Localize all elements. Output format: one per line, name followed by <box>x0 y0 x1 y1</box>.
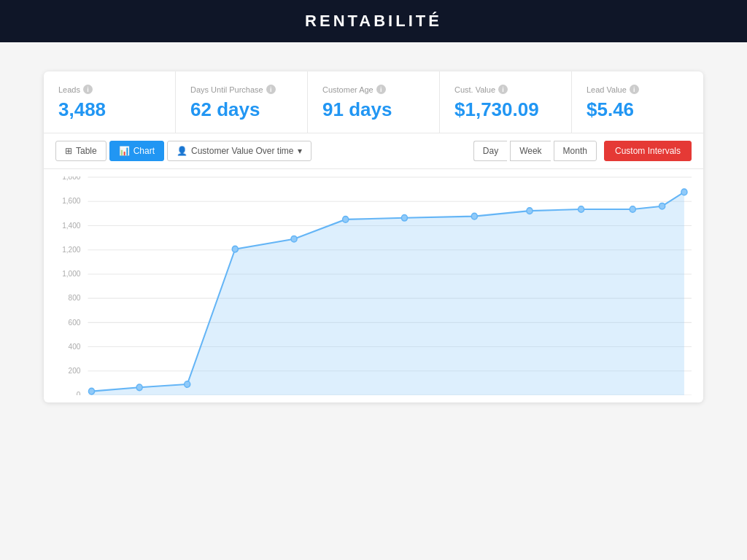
stat-age-value: 91 days <box>322 98 425 121</box>
svg-text:1,400: 1,400 <box>62 221 80 229</box>
table-grid-icon: ⊞ <box>65 146 72 156</box>
stat-cust-value: Cust. Value i $1,730.09 <box>440 71 572 133</box>
data-point-0[interactable] <box>88 388 94 394</box>
svg-text:800: 800 <box>69 294 81 302</box>
chart-button[interactable]: 📊 Chart <box>109 141 164 161</box>
stat-cust-label: Cust. Value i <box>454 85 557 94</box>
data-point-11[interactable] <box>659 203 665 209</box>
days-info-icon[interactable]: i <box>266 85 276 94</box>
stat-days-label: Days Until Purchase i <box>190 85 293 94</box>
stat-days-value: 62 days <box>190 98 293 121</box>
svg-text:600: 600 <box>69 318 81 326</box>
age-info-icon[interactable]: i <box>376 85 386 94</box>
day-button[interactable]: Day <box>473 141 507 161</box>
data-point-5[interactable] <box>343 217 349 223</box>
week-button[interactable]: Week <box>510 141 550 161</box>
data-point-7[interactable] <box>471 213 477 219</box>
main-content: Leads i 3,488 Days Until Purchase i 62 d… <box>0 42 747 432</box>
user-icon: 👤 <box>177 146 187 156</box>
stat-customer-age: Customer Age i 91 days <box>308 71 440 133</box>
stats-row: Leads i 3,488 Days Until Purchase i 62 d… <box>44 71 703 133</box>
stat-lead-value: Lead Value i $5.46 <box>572 71 703 133</box>
svg-text:400: 400 <box>69 343 81 351</box>
month-button[interactable]: Month <box>554 141 597 161</box>
svg-text:1,600: 1,600 <box>62 197 80 205</box>
dropdown-button[interactable]: 👤 Customer Value Over time ▾ <box>167 141 311 161</box>
stat-lead-val: $5.46 <box>587 98 689 121</box>
svg-text:1,800: 1,800 <box>62 176 80 181</box>
data-point-3[interactable] <box>232 246 238 252</box>
lead-info-icon[interactable]: i <box>630 85 639 94</box>
stat-leads-value: 3,488 <box>58 98 160 121</box>
page-title: RENTABILITÉ <box>305 12 442 30</box>
chart-fill-path <box>92 192 684 395</box>
chart-area: 0 200 400 600 800 1,000 1,200 1,400 1,60… <box>44 169 703 402</box>
chart-toolbar: ⊞ Table 📊 Chart 👤 Customer Value Over ti… <box>44 133 703 169</box>
svg-text:0: 0 <box>77 391 81 395</box>
data-point-12[interactable] <box>681 189 687 195</box>
stat-lead-label: Lead Value i <box>587 85 689 94</box>
svg-text:1,200: 1,200 <box>62 246 80 254</box>
svg-text:200: 200 <box>69 367 81 375</box>
stat-leads: Leads i 3,488 <box>44 71 176 133</box>
chevron-down-icon: ▾ <box>298 146 302 156</box>
stat-days-until-purchase: Days Until Purchase i 62 days <box>176 71 308 133</box>
data-point-9[interactable] <box>578 206 584 213</box>
leads-info-icon[interactable]: i <box>83 85 93 94</box>
bar-chart-icon: 📊 <box>119 146 130 156</box>
data-point-4[interactable] <box>291 236 297 242</box>
page-header: RENTABILITÉ <box>0 0 747 42</box>
custom-intervals-button[interactable]: Custom Intervals <box>604 141 692 161</box>
data-point-10[interactable] <box>630 206 635 213</box>
dashboard-card: Leads i 3,488 Days Until Purchase i 62 d… <box>44 71 703 402</box>
table-button[interactable]: ⊞ Table <box>55 141 107 161</box>
data-point-6[interactable] <box>401 215 407 222</box>
data-point-1[interactable] <box>136 384 142 391</box>
data-point-8[interactable] <box>527 208 533 214</box>
data-point-2[interactable] <box>185 381 190 388</box>
chart-svg: 0 200 400 600 800 1,000 1,200 1,400 1,60… <box>51 176 692 395</box>
svg-text:1,000: 1,000 <box>62 270 80 278</box>
stat-cust-val: $1,730.09 <box>454 98 557 121</box>
stat-leads-label: Leads i <box>58 85 160 94</box>
cust-info-icon[interactable]: i <box>498 85 508 94</box>
stat-age-label: Customer Age i <box>322 85 425 94</box>
